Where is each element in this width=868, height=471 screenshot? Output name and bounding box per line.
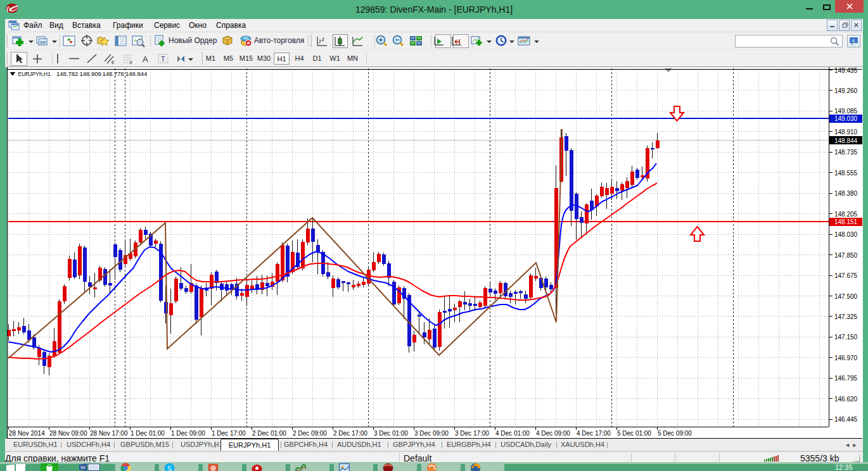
- svg-text:148.555: 148.555: [834, 170, 858, 177]
- svg-text:148.205: 148.205: [834, 211, 858, 218]
- svg-text:148.380: 148.380: [834, 190, 858, 197]
- svg-text:EURJPYh,H1: EURJPYh,H1: [18, 71, 51, 77]
- svg-text:2 Dec 17:00: 2 Dec 17:00: [333, 430, 367, 437]
- svg-text:3 Dec 09:00: 3 Dec 09:00: [414, 430, 449, 437]
- svg-text:4: 4: [852, 38, 855, 44]
- svg-text:148.782: 148.782: [56, 70, 78, 77]
- svg-text:146.970: 146.970: [834, 355, 858, 361]
- svg-text:149.030: 149.030: [834, 115, 858, 122]
- svg-text:146.445: 146.445: [834, 416, 858, 423]
- svg-text:147.675: 147.675: [834, 272, 858, 279]
- svg-text:148.909: 148.909: [80, 70, 101, 77]
- svg-text:148.844: 148.844: [125, 70, 147, 77]
- svg-text:W: W: [80, 465, 86, 470]
- svg-text:5 Dec 01:00: 5 Dec 01:00: [617, 430, 651, 437]
- svg-text:147.850: 147.850: [834, 252, 858, 259]
- svg-text:1 Dec 01:00: 1 Dec 01:00: [131, 430, 165, 437]
- svg-text:148.030: 148.030: [834, 231, 858, 238]
- svg-text:147.500: 147.500: [834, 293, 858, 300]
- svg-text:147.325: 147.325: [834, 313, 858, 320]
- svg-text:148.735: 148.735: [834, 149, 858, 156]
- svg-text:146.795: 146.795: [834, 375, 858, 382]
- svg-text:28 Nov 09:00: 28 Nov 09:00: [49, 430, 87, 437]
- svg-text:2 Dec 01:00: 2 Dec 01:00: [252, 430, 286, 437]
- svg-text:28 Nov 17:00: 28 Nov 17:00: [90, 430, 128, 437]
- svg-text:4 Dec 17:00: 4 Dec 17:00: [577, 430, 611, 437]
- svg-text:S: S: [167, 465, 172, 471]
- svg-text:E: E: [112, 60, 115, 65]
- svg-text:4 Dec 09:00: 4 Dec 09:00: [536, 430, 570, 437]
- svg-text:1 Dec 17:00: 1 Dec 17:00: [212, 430, 246, 437]
- svg-text:4 Dec 01:00: 4 Dec 01:00: [495, 430, 530, 437]
- svg-text:148.844: 148.844: [834, 137, 858, 144]
- svg-text:146.620: 146.620: [834, 396, 858, 403]
- svg-text:3 Dec 01:00: 3 Dec 01:00: [374, 430, 408, 437]
- svg-text:149.435: 149.435: [834, 67, 858, 74]
- svg-text:147.150: 147.150: [834, 334, 858, 341]
- svg-text:2 Dec 09:00: 2 Dec 09:00: [293, 430, 327, 437]
- svg-text:1 Dec 09:00: 1 Dec 09:00: [171, 430, 205, 437]
- svg-text:149.260: 149.260: [834, 87, 858, 94]
- svg-text:148.151: 148.151: [834, 218, 858, 225]
- svg-text:3 Dec 17:00: 3 Dec 17:00: [455, 430, 489, 437]
- svg-text:28 Nov 2014: 28 Nov 2014: [9, 430, 45, 437]
- svg-text:5 Dec 09:00: 5 Dec 09:00: [658, 430, 692, 437]
- svg-text:148.776: 148.776: [103, 70, 124, 77]
- svg-text:A: A: [143, 54, 148, 64]
- svg-text:F: F: [130, 61, 132, 65]
- svg-text:148.910: 148.910: [834, 129, 858, 135]
- svg-text:149.085: 149.085: [834, 108, 858, 115]
- svg-text:T: T: [161, 55, 165, 63]
